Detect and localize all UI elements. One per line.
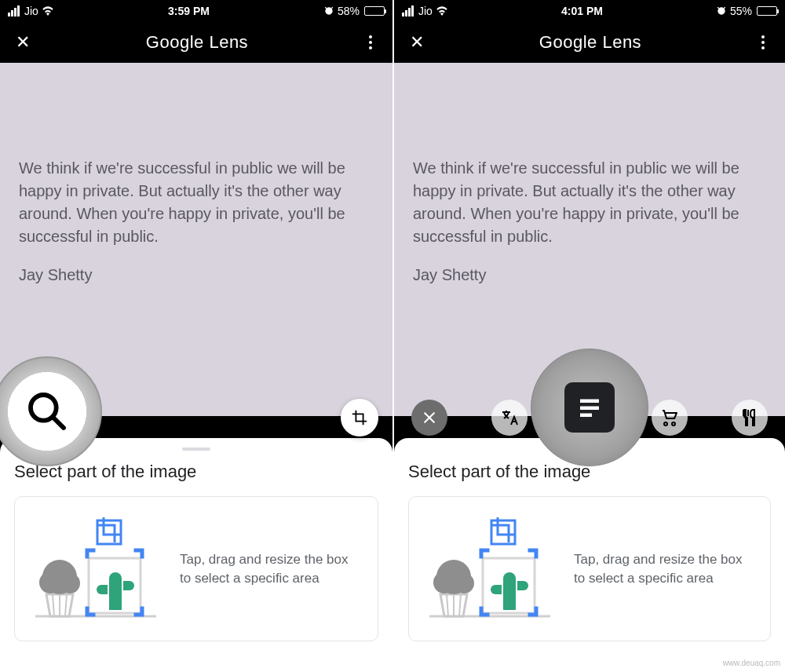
battery-icon [364, 6, 385, 16]
carrier-label: Jio [418, 5, 433, 17]
signal-icon [402, 5, 414, 16]
app-header: ✕ Google Lens [394, 22, 785, 63]
text-button-magnified[interactable] [531, 349, 648, 466]
crop-illustration [31, 516, 164, 622]
close-icon [422, 410, 437, 425]
battery-pct: 58% [338, 5, 360, 17]
battery-pct: 55% [730, 5, 752, 17]
phone-screen-left: Jio 3:59 PM 58% ✕ Google Lens We think i… [0, 0, 392, 672]
bottom-sheet[interactable]: Select part of the image [0, 438, 392, 672]
app-title: Google Lens [539, 32, 641, 53]
wifi-icon [42, 6, 54, 16]
battery-icon [757, 6, 777, 16]
app-title: Google Lens [146, 32, 248, 53]
svg-rect-13 [580, 400, 599, 404]
sheet-handle[interactable] [182, 447, 210, 451]
more-icon[interactable] [364, 31, 377, 54]
more-icon[interactable] [757, 31, 769, 54]
status-right: 55% [716, 5, 777, 17]
svg-point-8 [39, 572, 61, 593]
close-modes-button[interactable] [411, 400, 447, 436]
phone-screen-right: Jio 4:01 PM 55% ✕ Google Lens We think i… [392, 0, 785, 672]
crop-illustration [425, 516, 558, 622]
cart-icon [660, 408, 679, 427]
search-icon [25, 389, 69, 433]
status-left: Jio [402, 5, 448, 17]
close-icon[interactable]: ✕ [16, 32, 30, 53]
status-bar: Jio 3:59 PM 58% [0, 0, 392, 22]
svg-point-9 [60, 573, 80, 593]
quote-author: Jay Shetty [19, 264, 374, 287]
status-left: Jio [8, 5, 54, 17]
hint-text: Tap, drag and resize the box to select a… [574, 550, 754, 588]
crop-icon [351, 409, 368, 426]
close-icon[interactable]: ✕ [410, 32, 424, 53]
dining-button[interactable] [732, 400, 768, 436]
alarm-icon [323, 5, 334, 16]
shopping-button[interactable] [652, 400, 688, 436]
status-right: 58% [323, 5, 385, 17]
status-time: 4:01 PM [561, 5, 603, 17]
bottom-sheet[interactable]: Select part of the image [394, 438, 785, 672]
svg-line-1 [53, 417, 64, 428]
image-quote: We think if we're successful in public w… [413, 157, 766, 287]
text-icon [575, 393, 604, 422]
svg-point-23 [454, 573, 474, 593]
status-time: 3:59 PM [168, 5, 210, 17]
watermark: www.deuaq.com [723, 659, 780, 667]
status-bar: Jio 4:01 PM 55% [394, 0, 785, 22]
translate-icon [500, 408, 519, 427]
sheet-title: Select part of the image [14, 462, 378, 482]
app-header: ✕ Google Lens [0, 22, 392, 63]
quote-author: Jay Shetty [413, 264, 766, 287]
svg-rect-15 [580, 414, 592, 418]
hint-card: Tap, drag and resize the box to select a… [14, 496, 378, 641]
hint-text: Tap, drag and resize the box to select a… [180, 550, 362, 588]
svg-rect-14 [580, 407, 599, 411]
image-quote: We think if we're successful in public w… [19, 157, 374, 287]
translate-button[interactable] [491, 400, 528, 436]
wifi-icon [436, 6, 448, 16]
dining-icon [740, 408, 759, 427]
svg-point-22 [433, 572, 455, 593]
crop-button[interactable] [341, 399, 378, 436]
quote-text: We think if we're successful in public w… [413, 157, 766, 248]
carrier-label: Jio [24, 5, 38, 17]
quote-text: We think if we're successful in public w… [19, 157, 374, 248]
signal-icon [8, 5, 20, 16]
hint-card: Tap, drag and resize the box to select a… [408, 496, 771, 641]
alarm-icon [716, 5, 727, 16]
